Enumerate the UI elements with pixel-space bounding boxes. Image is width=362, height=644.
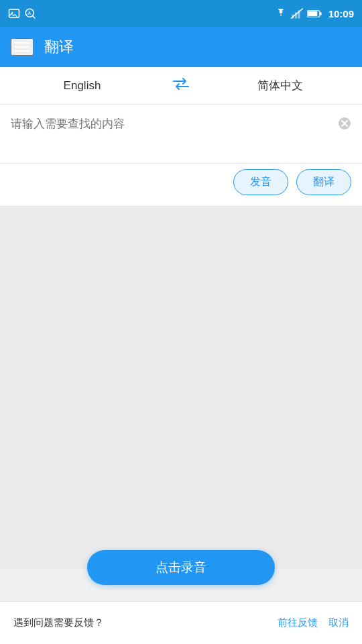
wifi-icon <box>275 9 287 18</box>
swap-languages-button[interactable] <box>164 77 198 94</box>
svg-text:A: A <box>27 10 31 16</box>
menu-button[interactable] <box>11 38 34 56</box>
translate-button[interactable]: 翻译 <box>296 169 351 195</box>
toolbar-title: 翻译 <box>44 37 74 57</box>
main-content-area <box>0 207 362 569</box>
action-bar: 发音 翻译 <box>0 164 362 207</box>
clear-button[interactable] <box>335 114 354 133</box>
hamburger-line-2 <box>15 46 29 48</box>
status-bar: A 10:09 <box>0 0 362 27</box>
pronounce-button[interactable]: 发音 <box>233 169 288 195</box>
footer-message: 遇到问题需要反馈？ <box>13 616 267 629</box>
cancel-button[interactable]: 取消 <box>328 616 349 629</box>
source-language[interactable]: English <box>0 68 164 103</box>
toolbar: 翻译 <box>0 27 362 67</box>
font-search-icon: A <box>24 7 36 19</box>
hamburger-line-3 <box>15 50 29 52</box>
hamburger-line-1 <box>15 42 29 44</box>
svg-line-4 <box>33 16 36 19</box>
status-time: 10:09 <box>328 8 354 19</box>
translation-input[interactable] <box>11 115 333 150</box>
svg-rect-10 <box>308 11 317 15</box>
input-area <box>0 105 362 164</box>
footer: 遇到问题需要反馈？ 前往反馈 取消 <box>0 601 362 644</box>
target-language[interactable]: 简体中文 <box>198 67 362 104</box>
svg-rect-0 <box>9 9 19 17</box>
battery-icon <box>307 9 322 18</box>
record-button[interactable]: 点击录音 <box>87 550 275 585</box>
language-bar: English 简体中文 <box>0 67 362 105</box>
photo-icon <box>8 7 20 19</box>
svg-rect-11 <box>320 12 321 15</box>
signal-icon <box>291 8 303 19</box>
feedback-button[interactable]: 前往反馈 <box>278 616 318 629</box>
record-button-container: 点击录音 <box>0 539 362 596</box>
